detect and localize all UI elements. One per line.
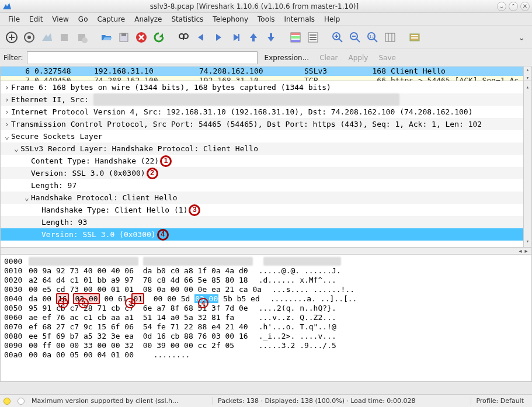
capture-filters-icon[interactable] [406,29,423,46]
zoom-in-icon[interactable] [329,29,346,46]
menu-statistics[interactable]: Statistics [166,14,208,25]
col-length: 168 [357,67,386,76]
expand-icon[interactable]: › [3,106,11,118]
go-last-icon[interactable] [263,29,279,46]
filter-label: Filter: [4,54,23,62]
packet-list-pane[interactable]: 6 0.327548 192.168.31.10 74.208.162.100 … [0,67,532,81]
hex-row[interactable]: 0070ef 68 27 c7 9c 15 6f 06 54 fe 71 22 … [4,322,531,332]
hex-row[interactable]: 0080ee 5f 69 b7 a5 32 3e ea 0d 16 cb 88 … [4,332,531,341]
menu-edit[interactable]: Edit [25,14,47,25]
options-icon[interactable] [21,29,37,46]
expand-icon[interactable]: › [3,81,11,93]
zoom-out-icon[interactable] [347,29,363,46]
go-first-icon[interactable] [245,29,262,46]
tree-row-selected[interactable]: Version: SSL 3.0 (0x0300)4 [1,228,531,241]
packet-list-scrollbar[interactable]: ▴▾ [523,67,531,81]
save-icon[interactable] [116,29,132,46]
menu-capture[interactable]: Capture [92,14,130,25]
hex-row[interactable]: 0060ae ef 76 ac c1 cb aa a1 51 14 a0 5a … [4,313,531,322]
close-button[interactable]: ✕ [520,2,530,11]
hex-row[interactable]: 001000 9a 92 73 40 00 40 06 da b0 c0 a8 … [4,266,531,276]
go-to-packet-icon[interactable] [228,29,244,46]
status-profile[interactable]: Profile: Default [471,397,528,405]
colorize-icon[interactable] [287,29,304,46]
tree-row[interactable]: Handshake Type: Client Hello (1)3 [1,204,531,216]
tree-row[interactable]: Length: 93 [1,216,531,228]
svg-rect-22 [310,34,317,36]
tree-row[interactable]: ⌄Secure Sockets Layer [1,130,531,142]
collapse-icon[interactable]: ⌄ [3,130,11,142]
tree-row[interactable]: ›Internet Protocol Version 4, Src: 192.1… [1,106,531,118]
svg-rect-39 [411,35,418,36]
hex-row[interactable]: 0020a2 64 d4 c1 01 bb a9 97 78 c8 4d 66 … [4,276,531,285]
window-title: sslv3-8.pcap [Wireshark 1.10.6 (v1.10.6 … [14,2,495,11]
bytes-pane[interactable]: 0000xx xx xx xx xx xx xx xx xx xx xx xx … [0,255,532,382]
menu-go[interactable]: Go [74,14,93,25]
expert-info-icon[interactable] [4,398,11,405]
zoom-reset-icon[interactable]: 1:1 [364,29,381,46]
menu-internals[interactable]: Internals [280,14,320,25]
maximize-button[interactable]: ⌃ [509,2,518,11]
close-file-icon[interactable] [133,29,149,46]
stop-capture-icon[interactable] [56,29,72,46]
tree-row[interactable]: Content Type: Handshake (22)1 [1,155,531,167]
menu-tools[interactable]: Tools [253,14,280,25]
scroll-left-icon[interactable]: ◂ [517,248,523,254]
svg-line-30 [356,39,360,42]
filter-clear-button[interactable]: Clear [316,54,341,62]
tree-row[interactable]: Length: 97 [1,179,531,192]
open-icon[interactable] [98,29,114,46]
menu-file[interactable]: File [4,14,25,25]
tree-row[interactable]: Version: SSL 3.0 (0x0300)2 [1,167,531,179]
packet-row-selected[interactable]: 6 0.327548 192.168.31.10 74.208.162.100 … [1,67,531,76]
tree-row[interactable]: ⌄Handshake Protocol: Client Hello [1,192,531,204]
annotation-3: 3 [189,204,200,216]
resize-columns-icon[interactable] [382,29,398,46]
filter-save-button[interactable]: Save [375,54,399,62]
menu-view[interactable]: View [47,14,73,25]
packet-row[interactable]: 7 0.449450 74.208.162.100 192.168.31.10 … [1,76,531,81]
tree-row[interactable]: ›Frame 6: 168 bytes on wire (1344 bits),… [1,81,531,93]
svg-rect-5 [61,34,68,41]
reload-icon[interactable] [151,29,167,46]
filter-apply-button[interactable]: Apply [345,54,372,62]
tree-row[interactable]: ›Transmission Control Protocol, Src Port… [1,118,531,130]
hex-row[interactable]: 00a000 0a 00 05 00 04 01 00 ........ [4,350,531,360]
toolbar-overflow-icon[interactable]: ⌄ [514,33,528,42]
hex-annotation-4: 4 [198,298,208,308]
pane-splitter[interactable]: ◂ ▸ [0,248,532,255]
tree-row[interactable]: ›Ethernet II, Src: 00:00:00:00:00:00 (00… [1,93,531,106]
col-source: 192.168.31.10 [94,67,199,76]
start-capture-icon[interactable] [39,29,55,46]
svg-line-26 [339,39,342,42]
filter-input[interactable] [27,51,258,64]
restart-capture-icon[interactable] [74,29,90,46]
go-forward-icon[interactable] [210,29,227,46]
menu-telephony[interactable]: Telephony [208,14,253,25]
svg-rect-19 [291,36,300,39]
menu-analyze[interactable]: Analyze [130,14,166,25]
minimize-button[interactable]: ⌄ [497,2,506,11]
menu-help[interactable]: Help [319,14,345,25]
interfaces-icon[interactable] [4,29,20,46]
collapse-icon[interactable]: ⌄ [23,192,31,204]
hex-row[interactable]: 009000 ff 00 00 33 00 00 32 00 39 00 00 … [4,341,531,350]
find-icon[interactable] [175,29,192,46]
expand-icon[interactable]: › [3,118,11,130]
col-dest: 74.208.162.100 [199,67,304,76]
tree-row[interactable]: ⌄SSLv3 Record Layer: Handshake Protocol:… [1,142,531,155]
auto-scroll-icon[interactable] [305,29,321,46]
details-pane[interactable]: ›Frame 6: 168 bytes on wire (1344 bits),… [0,81,532,248]
svg-rect-24 [310,39,317,40]
details-scrollbar[interactable]: ▴▾ [523,81,531,248]
scroll-right-icon[interactable]: ▸ [523,248,529,254]
expand-icon[interactable]: › [3,93,11,106]
titlebar: sslv3-8.pcap [Wireshark 1.10.6 (v1.10.6 … [0,0,532,13]
capture-comment-icon[interactable] [18,398,25,405]
filter-expression-button[interactable]: Expression... [261,54,313,62]
go-back-icon[interactable] [193,29,209,46]
hex-row[interactable]: 0000xx xx xx xx xx xx xx xx xx xx xx xx … [4,257,531,266]
collapse-icon[interactable]: ⌄ [12,142,20,155]
svg-rect-20 [291,40,300,42]
filter-bar: Filter: Expression... Clear Apply Save [0,49,532,67]
